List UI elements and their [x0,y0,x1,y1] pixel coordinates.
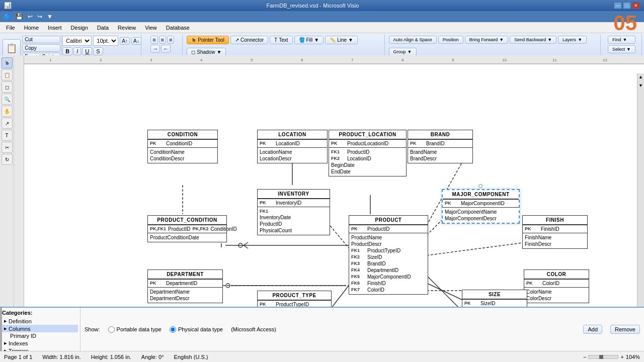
menu-insert[interactable]: Insert [44,24,66,32]
table-finish[interactable]: FINISH PK FinishID FinishName FinishDesc… [522,215,588,249]
position-btn[interactable]: Position [438,36,463,44]
remove-btn[interactable]: Remove [610,325,640,334]
tree-definition[interactable]: ▸ Definition [2,317,78,325]
zoom-btn[interactable]: 🔍 [2,94,13,105]
send-backward-btn[interactable]: Send Backward ▼ [510,36,556,44]
bold-btn[interactable]: B [62,47,72,55]
menu-database[interactable]: Database [162,24,194,32]
underline-btn[interactable]: U [82,47,92,55]
zoom-out-btn[interactable]: − [583,354,586,360]
menu-data[interactable]: Data [93,24,113,32]
scroll-down[interactable]: ▼ [637,82,644,89]
find-btn[interactable]: Find ▼ [608,36,635,44]
pan-btn[interactable]: ✋ [2,106,13,117]
more-quick[interactable]: ▼ [45,13,54,21]
text-tool-sidebar[interactable]: T [2,130,13,141]
panel-resize-handle[interactable] [0,308,2,351]
radio-physical-input[interactable] [170,326,176,333]
align-center-btn[interactable]: ≡ [159,36,166,44]
font-size-select[interactable]: 10pt. [93,36,118,46]
svg-point-28 [238,243,243,247]
outdent-btn[interactable]: ← [161,45,171,53]
add-btn[interactable]: Add [583,325,602,334]
table-condition[interactable]: CONDITION PK ConditionID ConditionName C… [147,130,218,163]
svg-text:11: 11 [552,58,557,62]
menu-file[interactable]: File [2,24,19,32]
table-product[interactable]: PRODUCT PK ProductID ProductName Product… [349,215,428,295]
menu-review[interactable]: Review [114,24,140,32]
select-tool-sidebar[interactable]: 🖱 [2,57,13,68]
table-product-condition[interactable]: PRODUCT_CONDITION PK,FK1ProductID PK,FK2… [147,215,227,242]
left-sidebar: 🖱 📋 ◻ 🔍 ✋ ↗ T ✂ ↻ [0,55,14,307]
pointer-tool-btn[interactable]: 🖱 Pointer Tool [187,36,229,44]
table-department-pk: PK DepartmentID [148,280,222,288]
copy-btn[interactable]: Copy [22,44,60,52]
minimize-btn[interactable]: ─ [614,2,622,9]
radio-portable-input[interactable] [108,326,115,333]
bring-forward-btn[interactable]: Bring Forward ▼ [465,36,508,44]
group-btn[interactable]: Group ▼ [389,48,417,56]
table-department-data: DepartmentName DepartmentDescr [148,288,222,303]
zoom-thumb[interactable] [599,355,603,359]
paste-btn[interactable]: 📋 [3,39,21,57]
stencil-btn[interactable]: 📋 [2,69,13,80]
close-btn[interactable]: ✕ [632,2,640,9]
table-product-location[interactable]: PRODUCT_LOCATION PK ProductLocationID FK… [329,130,407,176]
redo-quick[interactable]: ↪ [36,13,44,21]
indent-btn[interactable]: → [150,45,160,53]
italic-btn[interactable]: I [73,47,81,55]
table-location-pk: PK LocationID [258,140,327,148]
rotate-btn[interactable]: ↻ [2,154,13,165]
zoom-slider[interactable] [588,355,618,359]
table-brand[interactable]: BRAND PK BrandID BrandName BrandDescr [408,130,473,163]
canvas[interactable]: CONDITION PK ConditionID ConditionName C… [24,64,644,328]
connector-btn[interactable]: ↗ Connector [230,36,268,44]
categories-label: Categories: [2,310,78,316]
undo-quick[interactable]: ↩ [26,13,34,21]
tree-primary-id[interactable]: Primary ID [2,332,78,339]
table-color[interactable]: COLOR PK ColorID ColorName ColorDescr [524,269,589,303]
line-btn[interactable]: 📏 Line ▼ [325,36,358,44]
zoom-in-btn[interactable]: + [620,354,623,360]
tree-indexes[interactable]: ▸ Indexes [2,339,78,347]
layers-btn[interactable]: Layers ▼ [558,36,587,44]
connect-btn[interactable]: ↗ [2,118,13,129]
radio-portable[interactable]: Portable data type [108,326,162,333]
menu-home[interactable]: Home [20,24,43,32]
expand-icon-cols: ▸ [4,325,7,332]
menu-view[interactable]: View [141,24,161,32]
align-right-btn[interactable]: ≡ [167,36,174,44]
table-color-pk: PK ColorID [524,280,589,288]
shrink-font-btn[interactable]: A↓ [131,37,141,45]
table-finish-pk: PK FinishID [523,225,587,233]
table-department[interactable]: DEPARTMENT PK DepartmentID DepartmentNam… [147,269,223,303]
table-inventory[interactable]: INVENTORY PK InventoryID FK1 InventoryDa… [257,189,330,235]
select-btn[interactable]: Select ▼ [608,45,635,53]
selection-handle[interactable] [478,184,482,188]
vertical-scrollbar[interactable]: ▲ ▼ [637,73,644,321]
crop-btn[interactable]: ✂ [2,142,13,153]
auto-align-btn[interactable]: Auto Align & Space [389,36,437,44]
font-family-select[interactable]: Calibri [62,36,92,46]
menu-design[interactable]: Design [67,24,92,32]
text-btn[interactable]: T Text [270,36,292,44]
table-major-component[interactable]: MAJOR_COMPONENT PK MajorComponentID Majo… [442,189,520,224]
status-height: Height: 1.056 in. [91,354,131,360]
scroll-up[interactable]: ▲ [637,73,644,80]
align-left-btn[interactable]: ≡ [150,36,157,44]
maximize-btn[interactable]: □ [623,2,631,9]
shadow-btn[interactable]: ◻ Shadow ▼ [187,48,226,56]
shapes-btn[interactable]: ◻ [2,81,13,93]
app-icon: 📊 [4,2,12,9]
tree-columns[interactable]: ▸ Columns [2,325,78,332]
cut-btn[interactable]: Cut [22,36,60,43]
save-quick[interactable]: 💾 [14,13,25,21]
radio-physical[interactable]: Physical data type [170,326,223,333]
fill-btn[interactable]: 🪣 Fill ▼ [294,36,324,44]
expand-icon: ▸ [4,318,7,324]
grow-font-btn[interactable]: A↑ [120,37,130,45]
table-location[interactable]: LOCATION PK LocationID LocationName Loca… [257,130,328,163]
svg-line-16 [328,223,349,248]
strikethrough-btn[interactable]: S [93,47,103,55]
svg-line-29 [244,242,248,245]
